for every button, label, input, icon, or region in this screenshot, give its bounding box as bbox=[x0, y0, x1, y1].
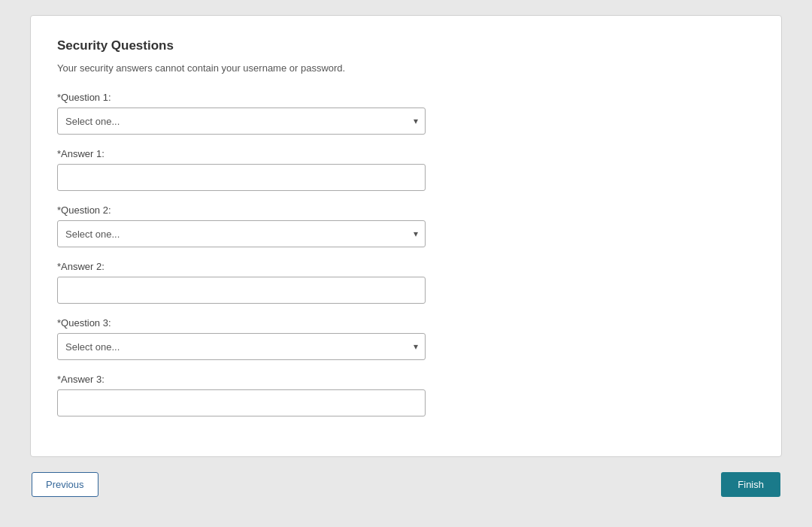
question1-select-wrapper: Select one... ▾ bbox=[57, 108, 426, 135]
card-subtitle: Your security answers cannot contain you… bbox=[57, 62, 755, 74]
finish-button[interactable]: Finish bbox=[721, 472, 780, 497]
question3-label: *Question 3: bbox=[57, 317, 755, 329]
answer1-input[interactable] bbox=[57, 164, 426, 191]
question2-select[interactable]: Select one... bbox=[57, 220, 426, 247]
footer: Previous Finish bbox=[30, 472, 782, 497]
page-wrapper: Security Questions Your security answers… bbox=[0, 0, 812, 527]
answer3-label: *Answer 3: bbox=[57, 374, 755, 385]
answer1-group: *Answer 1: bbox=[57, 148, 755, 191]
answer2-input[interactable] bbox=[57, 277, 426, 304]
question2-group: *Question 2: Select one... ▾ bbox=[57, 204, 755, 247]
previous-button[interactable]: Previous bbox=[32, 472, 98, 497]
question3-select[interactable]: Select one... bbox=[57, 333, 426, 360]
question1-select[interactable]: Select one... bbox=[57, 108, 426, 135]
answer2-label: *Answer 2: bbox=[57, 261, 755, 272]
question1-label: *Question 1: bbox=[57, 92, 755, 103]
answer1-label: *Answer 1: bbox=[57, 148, 755, 159]
question3-select-wrapper: Select one... ▾ bbox=[57, 333, 426, 360]
question3-group: *Question 3: Select one... ▾ bbox=[57, 317, 755, 360]
question2-label: *Question 2: bbox=[57, 204, 755, 216]
answer2-group: *Answer 2: bbox=[57, 261, 755, 304]
security-questions-card: Security Questions Your security answers… bbox=[30, 15, 782, 457]
question2-select-wrapper: Select one... ▾ bbox=[57, 220, 426, 247]
question1-group: *Question 1: Select one... ▾ bbox=[57, 92, 755, 135]
card-title: Security Questions bbox=[57, 38, 755, 53]
answer3-input[interactable] bbox=[57, 389, 426, 416]
answer3-group: *Answer 3: bbox=[57, 374, 755, 416]
